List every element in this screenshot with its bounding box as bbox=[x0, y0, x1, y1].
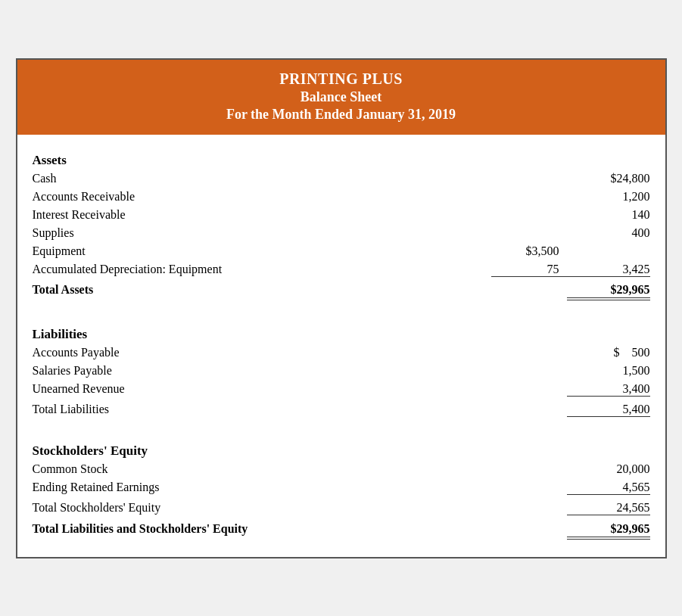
item-right: $24,800 bbox=[567, 172, 650, 185]
sheet-body: Assets Cash $24,800 Accounts Receivable … bbox=[17, 135, 665, 557]
item-right: 1,500 bbox=[567, 364, 650, 378]
total-equity-label: Total Stockholders' Equity bbox=[33, 501, 491, 515]
table-row: Ending Retained Earnings 4,565 bbox=[33, 478, 650, 497]
total-combined-value: $29,965 bbox=[567, 522, 650, 540]
item-label: Accounts Receivable bbox=[33, 190, 491, 204]
item-mid: $3,500 bbox=[491, 244, 567, 258]
equity-section-header: Stockholders' Equity bbox=[33, 443, 650, 459]
sheet-title: Balance Sheet bbox=[25, 89, 658, 105]
item-right: 140 bbox=[567, 208, 650, 222]
item-label: Equipment bbox=[33, 244, 491, 258]
item-right: 1,200 bbox=[567, 190, 650, 204]
item-right: 3,425 bbox=[567, 263, 650, 277]
spacer bbox=[33, 303, 650, 316]
item-right: 3,400 bbox=[567, 382, 650, 397]
table-row: Accounts Payable $ 500 bbox=[33, 344, 650, 362]
total-assets-value: $29,965 bbox=[567, 283, 650, 300]
table-row: Unearned Revenue 3,400 bbox=[33, 380, 650, 399]
total-equity-value: 24,565 bbox=[567, 501, 650, 515]
table-row: Cash $24,800 bbox=[33, 170, 650, 188]
table-row: Common Stock 20,000 bbox=[33, 460, 650, 478]
item-right: $ 500 bbox=[567, 346, 650, 359]
item-right: 400 bbox=[567, 226, 650, 240]
liabilities-section-header: Liabilities bbox=[33, 327, 650, 342]
item-label: Unearned Revenue bbox=[33, 382, 491, 396]
balance-sheet: PRINTING PLUS Balance Sheet For the Mont… bbox=[16, 58, 667, 558]
table-row: Accumulated Depreciation: Equipment 75 3… bbox=[33, 260, 650, 279]
item-label: Accumulated Depreciation: Equipment bbox=[33, 263, 491, 276]
item-right: 4,565 bbox=[567, 481, 650, 495]
item-label: Supplies bbox=[33, 226, 491, 240]
total-combined-label: Total Liabilities and Stockholders' Equi… bbox=[33, 522, 491, 536]
total-assets-row: Total Assets $29,965 bbox=[33, 281, 650, 303]
sheet-period: For the Month Ended January 31, 2019 bbox=[25, 107, 658, 123]
item-right: 20,000 bbox=[567, 462, 650, 476]
item-label: Accounts Payable bbox=[33, 346, 491, 359]
total-assets-label: Total Assets bbox=[33, 283, 491, 297]
company-name: PRINTING PLUS bbox=[25, 70, 658, 88]
table-row: Equipment $3,500 bbox=[33, 242, 650, 260]
item-label: Salaries Payable bbox=[33, 364, 491, 378]
item-label: Common Stock bbox=[33, 462, 491, 476]
item-label: Interest Receivable bbox=[33, 208, 491, 222]
item-label: Ending Retained Earnings bbox=[33, 481, 491, 494]
item-label: Cash bbox=[33, 172, 491, 185]
total-liabilities-value: 5,400 bbox=[567, 403, 650, 417]
total-equity-row: Total Stockholders' Equity 24,565 bbox=[33, 499, 650, 518]
table-row: Salaries Payable 1,500 bbox=[33, 362, 650, 380]
total-liabilities-row: Total Liabilities 5,400 bbox=[33, 400, 650, 419]
assets-section-header: Assets bbox=[33, 153, 650, 168]
table-row: Accounts Receivable 1,200 bbox=[33, 188, 650, 206]
table-row: Interest Receivable 140 bbox=[33, 206, 650, 224]
table-row: Supplies 400 bbox=[33, 224, 650, 242]
sheet-header: PRINTING PLUS Balance Sheet For the Mont… bbox=[17, 60, 665, 135]
total-combined-row: Total Liabilities and Stockholders' Equi… bbox=[33, 520, 650, 542]
item-mid: 75 bbox=[491, 263, 567, 277]
total-liabilities-label: Total Liabilities bbox=[33, 403, 491, 416]
spacer bbox=[33, 419, 650, 433]
